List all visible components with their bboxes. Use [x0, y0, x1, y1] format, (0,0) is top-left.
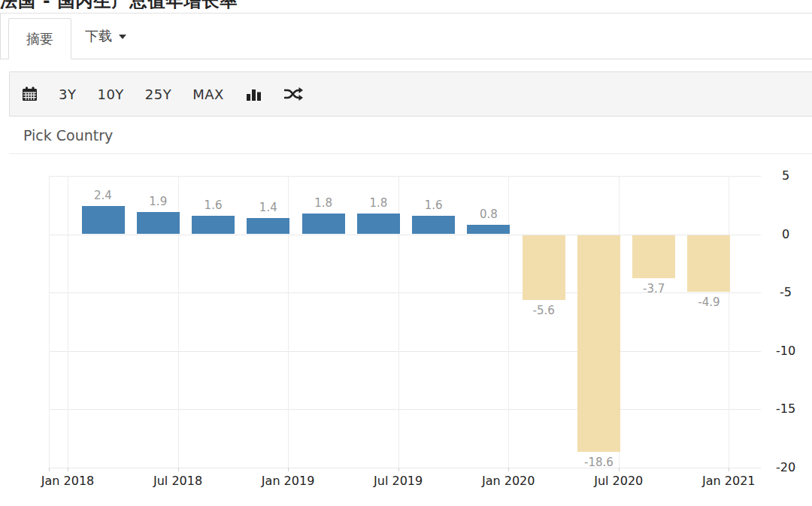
x-axis-tick	[68, 468, 68, 471]
x-axis-tick-label: Jul 2019	[357, 473, 440, 489]
column-chart-icon	[245, 86, 262, 102]
chart-bar[interactable]	[82, 206, 125, 234]
gridline-h	[49, 351, 761, 352]
gridline-v	[68, 176, 68, 468]
x-axis-tick	[729, 468, 729, 471]
range-max-button[interactable]: MAX	[182, 72, 235, 116]
page-title-clipped: 法国 - 国内生产总值年增长率	[0, 0, 526, 9]
gridline-h	[49, 176, 761, 177]
range-25y-button[interactable]: 25Y	[135, 72, 182, 116]
x-axis-tick-label: Jan 2018	[26, 473, 109, 489]
gridline-h	[49, 468, 761, 468]
calendar-button[interactable]	[11, 72, 48, 116]
range-3y-button[interactable]: 3Y	[48, 72, 86, 116]
plot-left-boundary	[49, 176, 50, 468]
gridline-v	[729, 176, 729, 468]
x-axis-tick-label: Jan 2019	[247, 473, 329, 489]
x-axis-tick	[508, 468, 509, 471]
page: 法国 - 国内生产总值年增长率 摘要 下载	[0, 0, 812, 506]
bar-value-label: 0.8	[455, 206, 523, 223]
page-title-text: 法国 - 国内生产总值年增长率	[0, 0, 526, 9]
chart-bar[interactable]	[632, 235, 675, 278]
gridline-h	[49, 409, 761, 410]
x-axis-tick	[49, 468, 50, 471]
chart-bar[interactable]	[412, 216, 455, 235]
chart-bar[interactable]	[137, 212, 180, 234]
y-axis-tick-label: -10	[765, 344, 807, 359]
chart-bar[interactable]	[192, 216, 235, 235]
chart: 50-5-10-15-20Jan 2018Jul 2018Jan 2019Jul…	[0, 154, 812, 506]
shuffle-icon	[283, 86, 303, 102]
compare-button[interactable]	[273, 72, 314, 116]
chart-bar[interactable]	[302, 214, 345, 235]
pick-country-label: Pick Country	[23, 127, 113, 144]
x-axis-tick	[398, 468, 399, 471]
bar-value-label: -18.6	[565, 454, 632, 471]
y-axis-tick-label: -15	[765, 401, 807, 417]
chart-bar[interactable]	[247, 218, 289, 235]
x-axis-tick-label: Jul 2020	[577, 473, 660, 489]
y-axis-tick-label: -20	[765, 460, 807, 475]
x-axis-tick-label: Jul 2018	[137, 473, 220, 489]
x-axis-tick	[178, 468, 179, 471]
tab-summary[interactable]: 摘要	[8, 18, 71, 59]
calendar-icon	[22, 86, 38, 102]
tab-download[interactable]: 下载	[71, 14, 138, 59]
range-10y-button[interactable]: 10Y	[86, 72, 134, 116]
y-axis-tick-label: -5	[765, 285, 807, 300]
tab-bar: 摘要 下载	[0, 14, 812, 59]
y-axis-tick-label: 0	[765, 227, 807, 242]
chart-toolbar: 3Y 10Y 25Y MAX	[9, 71, 812, 117]
bar-value-label: -4.9	[675, 294, 743, 311]
plot-area: 50-5-10-15-20Jan 2018Jul 2018Jan 2019Jul…	[49, 154, 759, 506]
tab-summary-label: 摘要	[26, 30, 53, 48]
chart-bar[interactable]	[523, 235, 565, 301]
bar-value-label: -5.6	[510, 302, 577, 319]
x-axis-tick-label: Jan 2021	[687, 473, 770, 489]
chevron-down-icon	[119, 35, 126, 39]
x-axis-tick-label: Jan 2020	[467, 473, 550, 489]
y-axis-tick-label: 5	[765, 168, 807, 183]
chart-bar[interactable]	[687, 235, 730, 292]
x-axis-tick	[288, 468, 289, 471]
chart-type-button[interactable]	[235, 72, 273, 116]
tab-download-label: 下载	[85, 27, 112, 45]
pick-country-dropdown[interactable]: Pick Country	[9, 117, 812, 154]
chart-bar[interactable]	[577, 235, 620, 452]
chart-bar[interactable]	[357, 214, 400, 235]
chart-bar[interactable]	[467, 225, 510, 234]
